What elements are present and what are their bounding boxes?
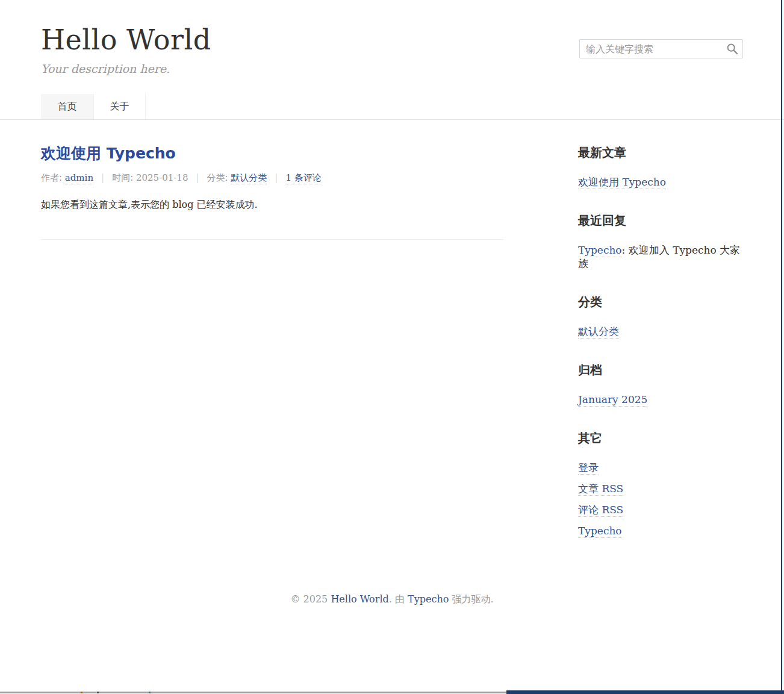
search-box xyxy=(579,39,743,58)
list-item: Typecho xyxy=(578,524,743,537)
nav-item-about[interactable]: 关于 xyxy=(93,94,146,119)
taskbar-icon-sliver xyxy=(97,692,99,693)
widget-title: 其它 xyxy=(578,430,743,446)
footer-site-link[interactable]: Hello World xyxy=(331,593,388,605)
post-rss-link[interactable]: 文章 RSS xyxy=(578,483,623,496)
meta-separator: | xyxy=(101,172,104,183)
list-item: Typecho: 欢迎加入 Typecho 大家族 xyxy=(578,243,743,270)
comment-author-link[interactable]: Typecho xyxy=(578,244,622,257)
list-item: 默认分类 xyxy=(578,325,743,338)
list-item: 评论 RSS xyxy=(578,503,743,516)
meta-separator: | xyxy=(196,172,199,183)
footer-middle-text: . 由 xyxy=(389,593,408,605)
login-link[interactable]: 登录 xyxy=(578,461,599,475)
taskbar-icon-sliver xyxy=(81,692,82,693)
widget-misc: 其它 登录 文章 RSS 评论 RSS Typecho xyxy=(578,430,743,537)
sidebar: 最新文章 欢迎使用 Typecho 最近回复 Typecho: 欢迎加入 Typ… xyxy=(578,120,743,537)
list-item: 登录 xyxy=(578,461,743,474)
nav-item-home[interactable]: 首页 xyxy=(41,94,93,119)
widget-categories: 分类 默认分类 xyxy=(578,294,743,338)
widget-recent-posts: 最新文章 欢迎使用 Typecho xyxy=(578,145,743,189)
copyright-text: © 2025 xyxy=(290,593,331,605)
widget-archives: 归档 January 2025 xyxy=(578,362,743,406)
widget-recent-comments: 最近回复 Typecho: 欢迎加入 Typecho 大家族 xyxy=(578,213,743,270)
category-label: 分类: xyxy=(207,172,231,183)
blog-page: Hello World Your description here. 首页 关于… xyxy=(0,0,784,694)
author-link[interactable]: admin xyxy=(65,172,93,184)
list-item: January 2025 xyxy=(578,393,743,406)
post: 欢迎使用 Typecho 作者: admin|时间: 2025-01-18|分类… xyxy=(41,143,503,212)
post-divider xyxy=(41,239,503,240)
meta-separator: | xyxy=(275,172,278,183)
widget-title: 归档 xyxy=(578,362,743,378)
list-item: 文章 RSS xyxy=(578,482,743,495)
comments-link[interactable]: 1 条评论 xyxy=(285,172,321,184)
post-body: 如果您看到这篇文章,表示您的 blog 已经安装成功. xyxy=(41,198,503,212)
main-column: 欢迎使用 Typecho 作者: admin|时间: 2025-01-18|分类… xyxy=(41,120,503,245)
main-nav: 首页 关于 xyxy=(41,94,743,119)
category-item-link[interactable]: 默认分类 xyxy=(578,325,619,339)
taskbar-icon-sliver xyxy=(149,692,151,693)
taskbar-top-edge xyxy=(0,692,506,693)
window-frame-right-edge xyxy=(781,0,782,694)
time-label: 时间: xyxy=(112,172,136,183)
list-item: 欢迎使用 Typecho xyxy=(578,175,743,189)
widget-title: 最新文章 xyxy=(578,145,743,161)
category-link[interactable]: 默认分类 xyxy=(231,172,267,184)
widget-title: 分类 xyxy=(578,294,743,310)
post-date: 2025-01-18 xyxy=(136,172,188,183)
site-description: Your description here. xyxy=(41,62,743,75)
comment-rss-link[interactable]: 评论 RSS xyxy=(578,504,623,517)
widget-title: 最近回复 xyxy=(578,213,743,229)
footer-engine-link[interactable]: Typecho xyxy=(408,593,449,605)
typecho-link[interactable]: Typecho xyxy=(578,525,622,538)
archive-link[interactable]: January 2025 xyxy=(578,393,647,407)
author-label: 作者: xyxy=(41,172,65,183)
site-header: Hello World Your description here. 首页 关于 xyxy=(0,0,784,120)
window-frame-bottom-edge xyxy=(506,690,784,694)
recent-post-link[interactable]: 欢迎使用 Typecho xyxy=(578,176,666,189)
footer-tail-text: 强力驱动. xyxy=(449,593,493,605)
search-icon[interactable] xyxy=(726,43,738,55)
post-title-link[interactable]: 欢迎使用 Typecho xyxy=(41,143,503,163)
search-input[interactable] xyxy=(579,39,743,58)
post-meta: 作者: admin|时间: 2025-01-18|分类: 默认分类|1 条评论 xyxy=(41,172,503,184)
footer: © 2025 Hello World. 由 Typecho 强力驱动. xyxy=(41,593,743,606)
